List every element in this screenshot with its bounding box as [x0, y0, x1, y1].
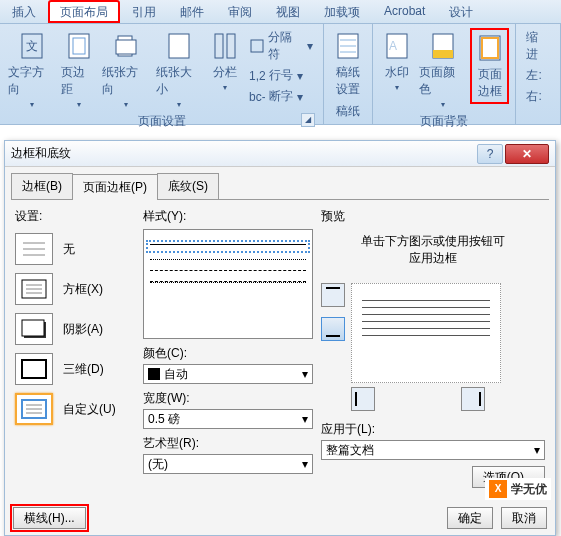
setting-shadow[interactable]: 阴影(A): [15, 313, 135, 345]
cancel-button[interactable]: 取消: [501, 507, 547, 529]
horizontal-line-button[interactable]: 横线(H)...: [13, 507, 86, 529]
border-bottom-icon: [322, 318, 344, 340]
line-numbers-button[interactable]: 1,2行号 ▾: [245, 66, 318, 85]
tab-addins[interactable]: 加载项: [312, 0, 372, 23]
breaks-icon: [249, 38, 265, 54]
tab-acrobat[interactable]: Acrobat: [372, 0, 437, 23]
svg-rect-5: [116, 40, 136, 54]
watermark-button[interactable]: A 水印▾: [379, 28, 415, 94]
art-combo[interactable]: (无)▾: [143, 454, 313, 474]
box-icon: [19, 277, 49, 301]
preview-column: 预览 单击下方图示或使用按钮可 应用边框 应用于(L):: [321, 208, 545, 488]
preview-left-button[interactable]: [351, 387, 375, 411]
setting-3d[interactable]: 三维(D): [15, 353, 135, 385]
style-label: 样式(Y):: [143, 208, 313, 225]
ribbon-tabs: 插入 页面布局 引用 邮件 审阅 视图 加载项 Acrobat 设计: [0, 0, 561, 24]
style-column: 样式(Y): 颜色(C): 自动▾ 宽度(W): 0.5 磅▾ 艺术型(R):: [143, 208, 313, 488]
indent-right[interactable]: 右:: [522, 87, 554, 106]
size-button[interactable]: 纸张大小▾: [154, 28, 205, 111]
apply-combo[interactable]: 整篇文档▾: [321, 440, 545, 460]
dialog-tab-shading[interactable]: 底纹(S): [157, 173, 219, 199]
shadow-icon: [19, 317, 49, 341]
tab-design[interactable]: 设计: [437, 0, 485, 23]
page-setup-launcher[interactable]: ◢: [301, 113, 315, 127]
preview-right-button[interactable]: [461, 387, 485, 411]
page-borders-icon: [474, 32, 506, 64]
none-icon: [19, 237, 49, 261]
margins-button[interactable]: 页边距▾: [59, 28, 98, 111]
custom-icon: [19, 397, 49, 421]
group-manuscript: 稿纸 设置 稿纸: [324, 24, 373, 124]
dialog-help-button[interactable]: ?: [477, 144, 503, 164]
color-label: 颜色(C):: [143, 345, 313, 362]
site-watermark: X 学无优: [485, 478, 551, 500]
ribbon: 插入 页面布局 引用 邮件 审阅 视图 加载项 Acrobat 设计 文 文字方…: [0, 0, 561, 125]
tab-insert[interactable]: 插入: [0, 0, 48, 23]
hyphenation-button[interactable]: bc-断字 ▾: [245, 87, 318, 106]
setting-box[interactable]: 方框(X): [15, 273, 135, 305]
apply-label: 应用于(L):: [321, 421, 545, 438]
setting-custom[interactable]: 自定义(U): [15, 393, 135, 425]
apply-field: 应用于(L): 整篇文档▾: [321, 421, 545, 460]
orientation-icon: [110, 30, 142, 62]
svg-text:1,2: 1,2: [249, 69, 265, 83]
indent-label: 缩进: [522, 28, 554, 64]
columns-button[interactable]: 分栏▾: [207, 28, 243, 94]
text-direction-icon: 文: [16, 30, 48, 62]
tab-references[interactable]: 引用: [120, 0, 168, 23]
dialog-tab-page-border[interactable]: 页面边框(P): [72, 174, 158, 200]
style-option-dash-dot[interactable]: [150, 281, 306, 283]
svg-rect-6: [169, 34, 189, 58]
settings-column: 设置: 无 方框(X) 阴影(A) 三维(D): [15, 208, 135, 488]
svg-rect-30: [22, 320, 44, 336]
page-color-icon: [427, 30, 459, 62]
margins-icon: [63, 30, 95, 62]
preview-label: 预览: [321, 208, 545, 225]
width-combo[interactable]: 0.5 磅▾: [143, 409, 313, 429]
art-label: 艺术型(R):: [143, 435, 313, 452]
dialog-title: 边框和底纹: [11, 145, 71, 162]
tab-review[interactable]: 审阅: [216, 0, 264, 23]
style-option-dashed[interactable]: [150, 270, 306, 271]
columns-icon: [209, 30, 241, 62]
dialog-tab-border[interactable]: 边框(B): [11, 173, 73, 199]
border-top-icon: [322, 284, 344, 306]
group-label-page-setup: 页面设置: [138, 114, 186, 128]
dialog-close-button[interactable]: ✕: [505, 144, 549, 164]
style-option-dotted[interactable]: [150, 259, 306, 260]
text-direction-button[interactable]: 文 文字方向▾: [6, 28, 57, 111]
svg-rect-8: [227, 34, 235, 58]
page-borders-button[interactable]: 页面 边框: [470, 28, 509, 104]
style-option-solid[interactable]: [150, 244, 306, 249]
page-color-button[interactable]: 页面颜色▾: [417, 28, 468, 111]
group-page-background: A 水印▾ 页面颜色▾ 页面 边框 页面背景: [373, 24, 516, 124]
tab-view[interactable]: 视图: [264, 0, 312, 23]
dialog-tabs: 边框(B) 页面边框(P) 底纹(S): [11, 173, 549, 200]
width-label: 宽度(W):: [143, 390, 313, 407]
size-icon: [163, 30, 195, 62]
art-field: 艺术型(R): (无)▾: [143, 435, 313, 474]
preview-top-button[interactable]: [321, 283, 345, 307]
group-label-page-bg: 页面背景: [379, 111, 509, 132]
orientation-button[interactable]: 纸张方向▾: [100, 28, 151, 111]
group-indent: 缩进 左: 右:: [516, 24, 561, 124]
breaks-button[interactable]: 分隔符 ▾: [245, 28, 318, 64]
setting-none[interactable]: 无: [15, 233, 135, 265]
three-d-icon: [19, 357, 49, 381]
settings-label: 设置:: [15, 208, 135, 225]
preview-bottom-button[interactable]: [321, 317, 345, 341]
color-combo[interactable]: 自动▾: [143, 364, 313, 384]
svg-rect-9: [251, 40, 263, 52]
preview-document[interactable]: [351, 283, 501, 383]
ok-button[interactable]: 确定: [447, 507, 493, 529]
svg-rect-7: [215, 34, 223, 58]
indent-left[interactable]: 左:: [522, 66, 554, 85]
color-field: 颜色(C): 自动▾: [143, 345, 313, 384]
svg-text:bc-: bc-: [249, 90, 265, 104]
style-listbox[interactable]: [143, 229, 313, 339]
group-label-manuscript: 稿纸: [330, 101, 366, 122]
manuscript-button[interactable]: 稿纸 设置: [330, 28, 366, 100]
tab-page-layout[interactable]: 页面布局: [48, 0, 120, 23]
tab-mail[interactable]: 邮件: [168, 0, 216, 23]
svg-text:A: A: [389, 39, 397, 53]
